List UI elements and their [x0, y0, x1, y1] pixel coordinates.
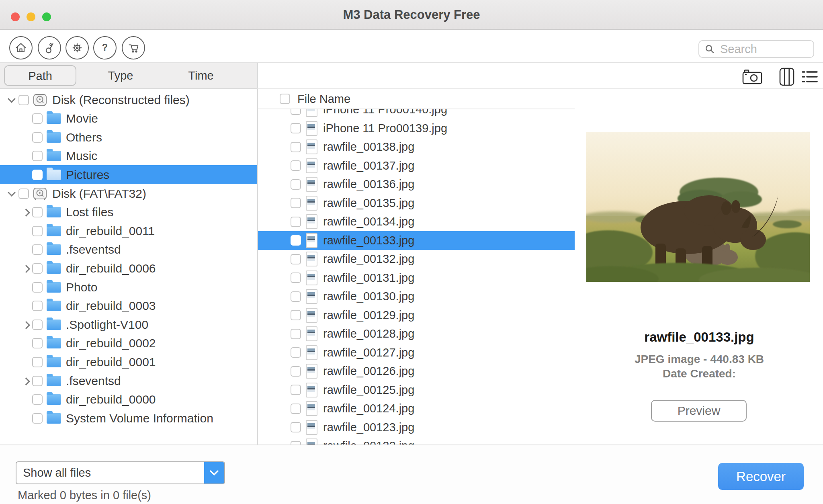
file-row-checkbox[interactable]	[291, 366, 301, 377]
file-row[interactable]: rawfile_00138.jpg	[258, 137, 575, 156]
tree-item-checkbox[interactable]	[32, 226, 43, 236]
tree-item[interactable]: Photo	[0, 278, 257, 297]
tree-item-checkbox[interactable]	[18, 188, 29, 199]
file-row[interactable]: rawfile_00133.jpg	[258, 231, 575, 250]
tree-item-checkbox[interactable]	[32, 132, 43, 143]
tree-item-checkbox[interactable]	[32, 413, 43, 424]
expander-icon[interactable]	[20, 319, 32, 331]
disk-icon	[33, 94, 47, 107]
tree-item[interactable]: Pictures	[0, 165, 257, 184]
tree-item[interactable]: .fseventsd	[0, 240, 257, 259]
tree-item[interactable]: dir_rebuild_0003	[0, 297, 257, 316]
file-row[interactable]: rawfile_00131.jpg	[258, 268, 575, 287]
file-row[interactable]: rawfile_00135.jpg	[258, 194, 575, 213]
file-row[interactable]: rawfile_00137.jpg	[258, 156, 575, 175]
file-row[interactable]: iPhone 11 Pro00140.jpg	[258, 109, 575, 119]
tree-item-checkbox[interactable]	[32, 376, 43, 386]
file-row-checkbox[interactable]	[291, 198, 301, 208]
expander-icon[interactable]	[6, 188, 18, 200]
file-row-checkbox[interactable]	[291, 422, 301, 432]
file-filter-dropdown[interactable]: Show all files	[16, 461, 225, 484]
file-row[interactable]: rawfile_00125.jpg	[258, 381, 575, 400]
expander-icon[interactable]	[20, 262, 32, 275]
file-row-checkbox[interactable]	[291, 310, 301, 320]
tab-time[interactable]: Time	[161, 63, 241, 89]
tree-item-checkbox[interactable]	[32, 394, 43, 405]
file-row[interactable]: rawfile_00124.jpg	[258, 399, 575, 418]
search-input[interactable]	[719, 42, 801, 56]
tree-item[interactable]: Lost files	[0, 203, 257, 222]
file-row-checkbox[interactable]	[291, 179, 301, 190]
search-field[interactable]	[698, 40, 814, 58]
tree-item-checkbox[interactable]	[32, 244, 43, 255]
file-row-checkbox[interactable]	[291, 329, 301, 339]
thumbnail-view-button[interactable]	[741, 67, 763, 87]
file-row[interactable]: rawfile_00132.jpg	[258, 250, 575, 268]
tree-item[interactable]: dir_rebuild_0002	[0, 334, 257, 353]
file-row[interactable]: rawfile_00126.jpg	[258, 362, 575, 381]
column-view-button[interactable]	[779, 67, 795, 87]
file-row-checkbox[interactable]	[291, 217, 301, 227]
file-row[interactable]: rawfile_00127.jpg	[258, 343, 575, 362]
expander-icon[interactable]	[6, 94, 18, 106]
file-row-checkbox[interactable]	[291, 109, 301, 115]
store-button[interactable]	[122, 36, 145, 59]
tree-item-checkbox[interactable]	[32, 113, 43, 124]
home-button[interactable]	[9, 36, 33, 59]
file-row-checkbox[interactable]	[291, 142, 301, 152]
file-row[interactable]: rawfile_00122.jpg	[258, 436, 575, 445]
file-row[interactable]: iPhone 11 Pro00139.jpg	[258, 119, 575, 138]
file-row-checkbox[interactable]	[291, 235, 301, 246]
tree-item-checkbox[interactable]	[32, 282, 43, 293]
file-row-checkbox[interactable]	[291, 254, 301, 264]
dropdown-button[interactable]	[204, 462, 224, 484]
tab-type[interactable]: Type	[80, 63, 161, 89]
tree-item[interactable]: dir_rebuild_0000	[0, 390, 257, 409]
file-row[interactable]: rawfile_00123.jpg	[258, 418, 575, 437]
tree-item-checkbox[interactable]	[32, 263, 43, 274]
recover-button[interactable]: Recover	[718, 463, 804, 490]
tree-item-checkbox[interactable]	[18, 95, 29, 105]
tree-item-checkbox[interactable]	[32, 301, 43, 311]
file-row-checkbox[interactable]	[291, 347, 301, 358]
select-all-checkbox[interactable]	[280, 94, 290, 104]
file-row-checkbox[interactable]	[291, 291, 301, 302]
file-name-column-header[interactable]: File Name	[297, 92, 350, 106]
file-row[interactable]: rawfile_00136.jpg	[258, 175, 575, 194]
tree-item[interactable]: Disk (Reconstructed files)	[0, 90, 257, 109]
tree-item-checkbox[interactable]	[32, 320, 43, 330]
file-row-checkbox[interactable]	[291, 160, 301, 171]
file-row-checkbox[interactable]	[291, 385, 301, 395]
tree-item[interactable]: .Spotlight-V100	[0, 315, 257, 334]
file-row[interactable]: rawfile_00134.jpg	[258, 212, 575, 231]
file-row[interactable]: rawfile_00130.jpg	[258, 287, 575, 306]
file-row-checkbox[interactable]	[291, 441, 301, 445]
tree-item[interactable]: .fseventsd	[0, 371, 257, 390]
tree-item[interactable]: System Volume Information	[0, 409, 257, 428]
tree-item[interactable]: Movie	[0, 109, 257, 128]
tree-item[interactable]: dir_rebuild_0001	[0, 352, 257, 371]
register-button[interactable]	[38, 36, 61, 59]
tree-item-checkbox[interactable]	[32, 151, 43, 161]
list-view-button[interactable]	[801, 67, 819, 87]
file-row-checkbox[interactable]	[291, 272, 301, 283]
expander-icon[interactable]	[20, 375, 32, 387]
tree-item[interactable]: dir_rebuild_0006	[0, 259, 257, 278]
expander-icon[interactable]	[20, 206, 32, 218]
tree-item[interactable]: dir_rebuild_0011	[0, 221, 257, 240]
tree-item-checkbox[interactable]	[32, 338, 43, 348]
tab-path[interactable]: Path	[4, 65, 76, 86]
file-row[interactable]: rawfile_00128.jpg	[258, 324, 575, 343]
tree-item[interactable]: Music	[0, 147, 257, 166]
help-button[interactable]: ?	[93, 36, 117, 59]
tree-item-checkbox[interactable]	[32, 357, 43, 367]
tree-item[interactable]: Disk (FAT\FAT32)	[0, 184, 257, 203]
file-row-checkbox[interactable]	[291, 404, 301, 414]
preview-button[interactable]: Preview	[651, 400, 747, 422]
file-row-checkbox[interactable]	[291, 123, 301, 133]
tree-item-checkbox[interactable]	[32, 207, 43, 217]
file-row[interactable]: rawfile_00129.jpg	[258, 306, 575, 325]
tree-item[interactable]: Others	[0, 128, 257, 147]
tree-item-checkbox[interactable]	[32, 170, 43, 180]
settings-button[interactable]	[66, 36, 89, 59]
